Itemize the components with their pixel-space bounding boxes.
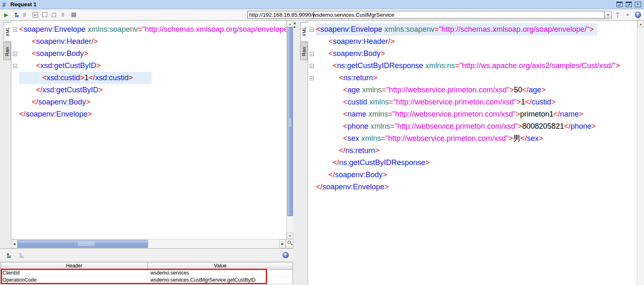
xml-code: <age xmlns="http://webservice.primeton.c…	[316, 84, 637, 96]
scroll-thumb[interactable]	[287, 27, 293, 216]
tab-raw[interactable]: Raw	[3, 42, 11, 60]
maximize-window-button[interactable]: ↗	[626, 2, 632, 7]
code-line: </soapenv:Envelope>	[19, 108, 92, 120]
fold-gutter	[308, 157, 316, 169]
scroll-track[interactable]	[18, 239, 279, 248]
fold-gutter	[11, 72, 19, 84]
code-line: <phone xmlns="http://webservice.primeton…	[316, 120, 596, 132]
xml-line: <age xmlns="http://webservice.primeton.c…	[308, 84, 637, 96]
xml-code: <phone xmlns="http://webservice.primeton…	[316, 120, 637, 132]
code-line: <xsd:getCustByID>	[19, 60, 101, 72]
highlighted-line: <soapenv:Envelope xmlns:soapenv="http://…	[316, 23, 597, 36]
help-button[interactable]: ?	[634, 11, 641, 18]
header-name-cell[interactable]: OperationCode	[1, 277, 148, 283]
scroll-up-button[interactable]: ▲	[637, 20, 644, 27]
collapse-icon[interactable]	[13, 64, 17, 68]
table-row[interactable]: ClientIdwsdemo.services	[1, 270, 293, 277]
fold-gutter	[308, 145, 316, 157]
close-window-button[interactable]: ×	[635, 2, 641, 7]
request-response-split: XML Raw <soapenv:Envelope xmlns:soapenv=…	[0, 20, 644, 285]
submit-request-button[interactable]: ▶	[3, 11, 10, 18]
endpoint-dropdown-button[interactable]: ▼	[605, 11, 612, 19]
add-endpoint-icon[interactable]: +	[624, 11, 631, 18]
code-line: <custid xmlns="http://webservice.primeto…	[316, 96, 556, 108]
xml-code: <xsd:getCustByID>	[19, 60, 286, 72]
soap-icon: SO AP	[3, 3, 8, 7]
restore-window-button[interactable]: ↙	[616, 2, 623, 7]
scroll-right-button[interactable]: ▶	[279, 239, 286, 248]
window-title: Request 1	[10, 1, 36, 8]
code-line: <sex xmlns="http://webservice.primeton.c…	[316, 132, 543, 145]
fold-gutter	[308, 132, 316, 145]
tab-xml[interactable]: XML	[4, 22, 11, 41]
request-horizontal-scrollbar[interactable]: ◀ ▶	[11, 239, 286, 248]
soap-action-icon[interactable]: SO AP	[60, 11, 68, 18]
xml-code: </ns:getCustByIDResponse>	[316, 157, 637, 169]
cancel-request-button[interactable]	[70, 11, 77, 18]
add-to-testcase-icon[interactable]: +	[12, 11, 20, 18]
xml-code: </soapenv:Body>	[19, 96, 286, 108]
split-divider[interactable]	[293, 20, 297, 285]
xml-code: </ns:return>	[316, 145, 637, 157]
column-header[interactable]: Header	[1, 262, 148, 269]
xml-code: <soapenv:Body>	[316, 48, 637, 60]
collapse-icon[interactable]	[310, 64, 314, 68]
magnifier-icon	[288, 241, 291, 244]
collapse-left-icon[interactable]	[294, 22, 295, 25]
table-row[interactable]: OperationCodewsdemo.services.CustMgrServ…	[1, 277, 293, 284]
endpoint-url-input[interactable]	[247, 11, 605, 19]
ws-a-filter-icon[interactable]	[614, 11, 621, 18]
scroll-track[interactable]	[287, 27, 293, 232]
collapse-right-icon[interactable]	[294, 26, 295, 28]
header-value-cell[interactable]: wsdemo.services.CustMgrService.getCustBy…	[148, 277, 293, 283]
clone-request-icon[interactable]	[51, 11, 58, 18]
xml-line: </soapenv:Envelope>	[11, 108, 286, 120]
xml-line: <xsd:getCustByID>	[11, 60, 286, 72]
remove-header-button[interactable]: ×	[17, 252, 24, 259]
column-value[interactable]: Value	[148, 262, 293, 269]
scroll-down-button[interactable]: ▼	[287, 232, 293, 239]
xml-code: <soapenv:Envelope xmlns:soapenv="http://…	[19, 23, 286, 36]
header-name-cell[interactable]: ClientId	[1, 270, 148, 276]
request-xml-editor[interactable]: <soapenv:Envelope xmlns:soapenv="http://…	[11, 20, 286, 239]
collapse-icon[interactable]	[13, 28, 17, 32]
tab-xml[interactable]: XML	[300, 22, 308, 41]
scroll-thumb[interactable]	[18, 240, 148, 248]
fold-gutter	[11, 96, 19, 108]
request-hscroll-row: ◀ ▶	[0, 239, 293, 248]
response-xml-editor[interactable]: <soapenv:Envelope xmlns:soapenv="http://…	[308, 20, 637, 285]
fold-gutter	[308, 72, 316, 84]
collapse-icon[interactable]	[13, 52, 17, 56]
response-vertical-scrollbar[interactable]: ▲	[637, 20, 644, 285]
add-to-mockservice-icon[interactable]: SO AP	[22, 11, 29, 18]
fold-gutter	[11, 60, 19, 72]
recreate-request-icon[interactable]	[31, 11, 39, 18]
split-collapse-arrows[interactable]	[294, 22, 295, 28]
tab-raw[interactable]: Raw	[300, 42, 308, 60]
add-header-button[interactable]: +	[4, 252, 12, 259]
soapui-request-window: SO AP Request 1 ↙↗× ▶+SO APSO AP ▼ +? XM…	[0, 0, 644, 285]
fold-gutter	[308, 84, 316, 96]
scroll-left-button[interactable]: ◀	[11, 239, 18, 248]
window-titlebar[interactable]: SO AP Request 1 ↙↗×	[0, 0, 644, 9]
xml-line: <soapenv:Header/>	[308, 36, 637, 48]
scroll-track[interactable]	[637, 27, 644, 285]
fold-gutter	[308, 96, 316, 108]
header-value-cell[interactable]: wsdemo.services	[148, 270, 293, 276]
magnifier-button[interactable]	[286, 239, 293, 248]
collapse-icon[interactable]	[310, 76, 314, 80]
request-vertical-scrollbar[interactable]: ▲ ▼	[286, 20, 293, 239]
help-button[interactable]: ?	[282, 252, 289, 259]
code-line: <soapenv:Body>	[19, 48, 88, 60]
titlebar-left: SO AP Request 1	[0, 0, 40, 9]
scroll-up-button[interactable]: ▲	[287, 20, 293, 27]
xml-line: </xsd:getCustByID>	[11, 84, 286, 96]
xml-code: <custid xmlns="http://webservice.primeto…	[316, 96, 637, 108]
collapse-icon[interactable]	[310, 52, 314, 56]
tab-raw-label: Raw	[301, 46, 306, 56]
headers-toolbar: +×?	[0, 249, 293, 262]
create-empty-request-icon[interactable]	[41, 11, 48, 18]
collapse-icon[interactable]	[310, 28, 314, 32]
xml-line: </soapenv:Envelope>	[308, 181, 637, 193]
highlighted-line: <xsd:custid>1</xsd:custid>	[19, 72, 152, 84]
